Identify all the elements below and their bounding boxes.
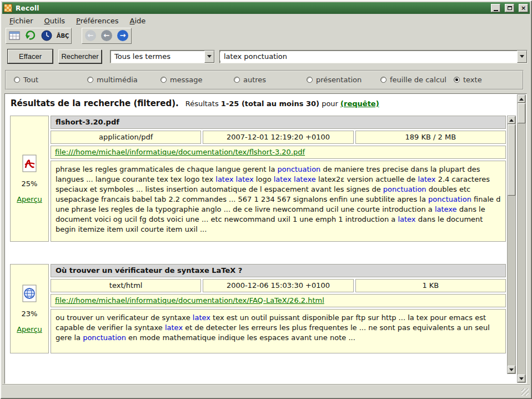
result-item[interactable]: 25% Aperçu flshort-3.20.pdf application/…: [10, 116, 506, 242]
relevance-percent: 23%: [22, 310, 38, 318]
menu-aide[interactable]: Aide: [127, 16, 149, 26]
spellcheck-icon: ÂBÇ: [57, 33, 69, 39]
toolbar: ÂBÇ ← ← →: [6, 27, 132, 44]
maximize-icon: [508, 6, 512, 10]
result-main: flshort-3.20.pdf application/pdf 2007-12…: [51, 116, 506, 242]
term-explorer-button[interactable]: ÂBÇ: [56, 29, 70, 43]
results-list: 25% Aperçu flshort-3.20.pdf application/…: [10, 116, 506, 374]
search-row: Effacer Rechercher Tous les termes: [4, 49, 528, 64]
back-disabled-icon: ←: [85, 30, 96, 41]
back-icon: ←: [101, 30, 112, 41]
menu-fichier[interactable]: Fichier: [7, 16, 36, 26]
filter-feuille-de-calcul[interactable]: feuille de calcul: [380, 76, 446, 84]
result-side-panel: 23% Aperçu: [10, 264, 49, 353]
clear-button[interactable]: Effacer: [8, 49, 53, 63]
history-button[interactable]: [39, 29, 54, 43]
previous-page-button[interactable]: ←: [99, 29, 114, 43]
result-side-panel: 25% Aperçu: [10, 116, 49, 242]
next-page-button[interactable]: →: [116, 29, 130, 43]
menu-outils[interactable]: Outils: [42, 16, 68, 26]
result-mime: text/html: [51, 279, 201, 292]
result-size: 189 KB / 2 MB: [355, 131, 506, 144]
clear-search-button[interactable]: [7, 29, 22, 43]
search-mode-value: Tous les termes: [111, 52, 204, 61]
minimize-icon: [494, 10, 498, 11]
scrollbar-thumb[interactable]: [518, 103, 525, 123]
close-button[interactable]: ×: [519, 4, 528, 12]
titlebar[interactable]: Recoll ×: [2, 2, 530, 14]
pdf-file-icon: [22, 154, 37, 172]
results-pane-scrollbar[interactable]: [517, 94, 526, 383]
result-size: 1 KB: [355, 279, 506, 292]
clock-icon: [41, 29, 53, 42]
chevron-down-icon: [207, 55, 212, 58]
result-abstract: ou trouver un verificateur de syntaxe la…: [51, 309, 506, 353]
status-bar: [2, 385, 530, 397]
preview-link[interactable]: Aperçu: [17, 195, 42, 203]
results-list-scrollbar[interactable]: [507, 116, 516, 374]
chevron-down-icon: [520, 55, 524, 58]
minimize-button[interactable]: [491, 4, 500, 12]
filter-label: feuille de calcul: [390, 76, 446, 84]
search-mode-dropdown-button[interactable]: [204, 51, 214, 63]
result-item[interactable]: 23% Aperçu Où trouver un vérificateur de…: [10, 264, 506, 353]
recoll-window: Recoll × Fichier Outils Préférences Aide: [0, 0, 532, 399]
query-link[interactable]: (requête): [340, 99, 379, 108]
radio-icon[interactable]: [234, 77, 240, 83]
preview-link[interactable]: Aperçu: [17, 325, 42, 333]
document-type-filter: Tout multimédia message autres présentat…: [5, 70, 524, 90]
search-input[interactable]: [220, 52, 517, 61]
relevance-percent: 25%: [22, 179, 38, 188]
scroll-down-button[interactable]: [518, 375, 525, 382]
toolbar-group-main: ÂBÇ: [6, 28, 72, 44]
maximize-button[interactable]: [505, 4, 514, 12]
result-url-link[interactable]: file:///home/michael/informatique/docume…: [55, 148, 305, 156]
results-connector: pour: [322, 99, 338, 108]
forward-icon: →: [117, 30, 128, 41]
html-file-icon: [22, 285, 37, 302]
filter-message[interactable]: message: [160, 76, 202, 84]
filter-presentation[interactable]: présentation: [307, 76, 362, 84]
radio-icon[interactable]: [454, 77, 460, 83]
scroll-up-button[interactable]: [518, 95, 525, 103]
results-header: Résultats de la recherche (filtered).Rés…: [11, 98, 504, 108]
filter-label: Tout: [23, 76, 38, 84]
search-button[interactable]: Rechercher: [58, 49, 102, 63]
filter-tout[interactable]: Tout: [14, 76, 38, 84]
radio-icon[interactable]: [380, 77, 387, 83]
radio-icon[interactable]: [87, 77, 93, 83]
first-page-button[interactable]: ←: [83, 29, 98, 43]
filter-label: multimédia: [97, 76, 138, 84]
radio-icon[interactable]: [160, 77, 167, 83]
window-title: Recoll: [16, 4, 486, 12]
filter-autres[interactable]: autres: [234, 76, 266, 84]
update-index-button[interactable]: [23, 29, 38, 43]
radio-icon[interactable]: [14, 77, 20, 83]
result-url-row: file:///home/michael/informatique/docume…: [51, 294, 506, 307]
results-label: Résultats: [185, 99, 219, 108]
radio-icon[interactable]: [307, 77, 313, 83]
result-meta-row: application/pdf 2007-12-01 12:19:20 +010…: [51, 131, 506, 144]
scrollbar-thumb[interactable]: [508, 124, 515, 196]
result-date: 2007-12-01 12:19:20 +0100: [203, 131, 353, 144]
scroll-up-button[interactable]: [508, 116, 515, 124]
arrow-up-icon: [509, 119, 514, 122]
resize-grip[interactable]: [521, 388, 529, 396]
result-url-link[interactable]: file:///home/michael/informatique/docume…: [55, 296, 324, 305]
query-combo[interactable]: [219, 50, 528, 63]
result-meta-row: text/html 2000-12-06 15:03:30 +0100 1 KB: [51, 279, 506, 292]
filter-multimedia[interactable]: multimédia: [87, 76, 138, 84]
query-history-dropdown-button[interactable]: [517, 51, 527, 63]
filter-label: présentation: [316, 76, 362, 84]
app-icon: [4, 4, 12, 12]
scroll-down-button[interactable]: [508, 366, 515, 373]
menubar: Fichier Outils Préférences Aide: [3, 15, 529, 27]
result-title[interactable]: Où trouver un vérificateur de syntaxe La…: [51, 264, 506, 277]
result-title[interactable]: flshort-3.20.pdf: [51, 116, 506, 129]
close-icon: ×: [521, 5, 526, 11]
search-mode-select[interactable]: Tous les termes: [110, 50, 215, 63]
filter-texte[interactable]: texte: [454, 76, 482, 84]
result-main: Où trouver un vérificateur de syntaxe La…: [51, 264, 506, 353]
results-pane: Résultats de la recherche (filtered).Rés…: [4, 93, 527, 384]
menu-preferences[interactable]: Préférences: [73, 16, 121, 26]
